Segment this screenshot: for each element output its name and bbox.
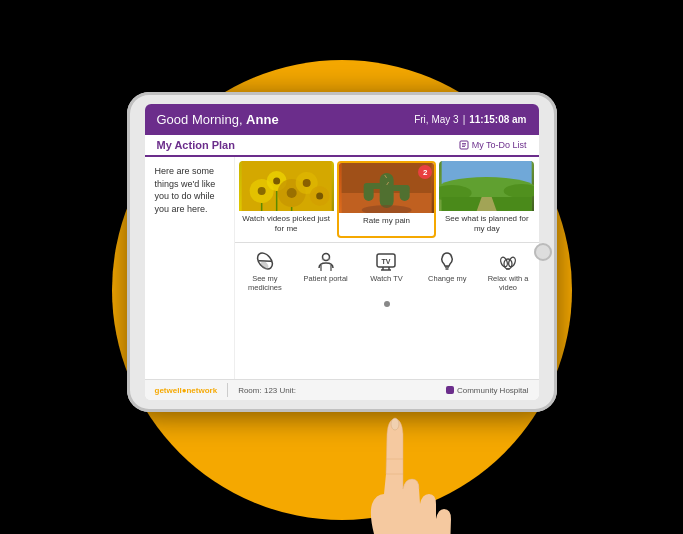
separator: | <box>463 114 466 125</box>
brand-logo: getwell●network <box>155 386 218 395</box>
svg-rect-24 <box>391 185 409 191</box>
card-label-videos: Watch videos picked just for me <box>239 211 334 238</box>
left-panel-text: Here are some things we'd like you to do… <box>145 157 235 379</box>
greeting-text: Good Morning, Anne <box>157 112 279 127</box>
content-area: Here are some things we'd like you to do… <box>145 157 539 379</box>
time-display: 11:15:08 am <box>469 114 526 125</box>
svg-text:TV: TV <box>382 258 391 265</box>
flower-image <box>239 161 334 211</box>
header-time: Fri, May 3 | 11:15:08 am <box>414 114 526 125</box>
card-thumb-yellow <box>239 161 334 211</box>
relax-label: Relax with a video <box>480 274 537 292</box>
home-button[interactable] <box>534 243 552 261</box>
room-info: Room: 123 Unit: <box>238 386 296 395</box>
date-label: Fri, May 3 <box>414 114 458 125</box>
svg-point-40 <box>327 257 330 260</box>
card-label-rate: Rate my pain <box>339 213 434 229</box>
lightbulb-icon <box>436 250 458 272</box>
card-rate-pain[interactable]: 2 Rate my pain <box>337 161 436 238</box>
portal-label: Patient portal <box>304 274 348 283</box>
tablet-screen: Good Morning, Anne Fri, May 3 | 11:15:08… <box>145 104 539 400</box>
tv-icon: TV <box>375 250 397 272</box>
bottom-icon-row: See my medicines <box>235 242 539 299</box>
card-see-day[interactable]: See what is planned for my day <box>439 161 534 238</box>
icon-item-change[interactable]: Change my <box>417 247 478 295</box>
hand-overlay <box>324 394 504 534</box>
patient-name: Anne <box>246 112 279 127</box>
footer-divider <box>227 383 228 397</box>
svg-point-13 <box>302 179 310 187</box>
card-thumb-green <box>439 161 534 211</box>
todo-list-button[interactable]: My To-Do List <box>459 140 527 150</box>
icon-item-portal[interactable]: Patient portal <box>295 247 356 295</box>
svg-point-56 <box>391 418 399 430</box>
tablet-device: Good Morning, Anne Fri, May 3 | 11:15:08… <box>127 92 557 412</box>
field-image <box>439 161 534 211</box>
hand-svg <box>324 394 504 534</box>
person-icon <box>315 250 337 272</box>
hospital-icon <box>446 386 454 394</box>
svg-point-10 <box>257 187 265 195</box>
svg-rect-23 <box>363 183 381 189</box>
card-label-day: See what is planned for my day <box>439 211 534 238</box>
svg-point-12 <box>286 188 296 198</box>
icon-item-relax[interactable]: Relax with a video <box>478 247 539 295</box>
pill-icon <box>254 250 276 272</box>
tv-label: Watch TV <box>370 274 403 283</box>
brand-network: network <box>186 386 217 395</box>
icon-item-medicines[interactable]: See my medicines <box>235 247 296 295</box>
app-header: Good Morning, Anne Fri, May 3 | 11:15:08… <box>145 104 539 135</box>
todo-label: My To-Do List <box>472 140 527 150</box>
svg-point-39 <box>321 257 324 260</box>
video-cards-row: Watch videos picked just for me <box>235 157 539 242</box>
left-description: Here are some things we'd like you to do… <box>155 166 216 214</box>
svg-rect-20 <box>379 173 393 208</box>
list-icon <box>459 140 469 150</box>
change-label: Change my <box>428 274 466 283</box>
relax-icon <box>497 250 519 272</box>
svg-point-50 <box>504 259 512 269</box>
action-plan-bar: My Action Plan My To-Do List <box>145 135 539 157</box>
greeting-prefix: Good Morning, <box>157 112 247 127</box>
svg-point-14 <box>316 193 323 200</box>
pagination <box>235 299 539 309</box>
svg-point-11 <box>273 178 280 185</box>
icon-item-tv[interactable]: TV Watch TV <box>356 247 417 295</box>
medicines-label: See my medicines <box>237 274 294 292</box>
action-plan-title: My Action Plan <box>157 139 235 151</box>
pagination-dot-active <box>384 301 390 307</box>
card-watch-videos[interactable]: Watch videos picked just for me <box>239 161 334 238</box>
brand-text: getwell <box>155 386 182 395</box>
cards-area: Watch videos picked just for me <box>235 157 539 379</box>
